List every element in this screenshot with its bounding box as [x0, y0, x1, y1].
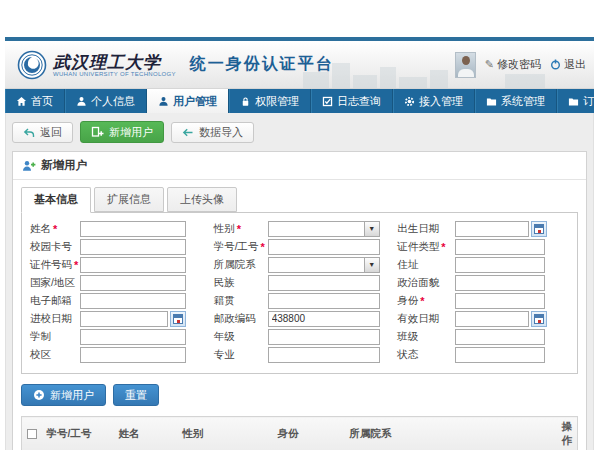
field-label: 性别*: [208, 222, 268, 236]
calendar-icon[interactable]: [170, 311, 186, 327]
form-column-1: 姓名* 校园卡号 证件号码* 国家/地区: [24, 221, 208, 365]
nav-item-log-query[interactable]: 日志查询: [311, 89, 393, 113]
nav-item-permission-management[interactable]: 权限管理: [229, 89, 311, 113]
user-icon: [76, 96, 87, 107]
select-value: [269, 258, 364, 272]
nav-label: 权限管理: [255, 94, 299, 109]
column-header-department: 所属院系: [345, 417, 557, 450]
user-table: 学号/工号 姓名 性别 身份 所属院系 操作: [21, 416, 578, 450]
page-body: 返回 新增用户 数据导入: [5, 113, 594, 450]
avatar-shirt: [458, 69, 474, 78]
field-label: 所属院系: [208, 258, 268, 272]
major-input[interactable]: [268, 347, 380, 363]
form-field: 姓名*: [24, 221, 208, 236]
column-header-gender: 性别: [178, 417, 273, 450]
select-all-checkbox[interactable]: [27, 429, 37, 439]
class-input[interactable]: [455, 329, 545, 345]
postal-code-input[interactable]: [268, 311, 380, 327]
field-label: 校区: [24, 348, 80, 362]
user-area: ✎ 修改密码 退出: [455, 41, 586, 88]
pencil-icon: ✎: [485, 58, 494, 71]
data-import-button[interactable]: 数据导入: [171, 122, 254, 143]
building-silhouette: [430, 70, 448, 88]
log-check-icon: [322, 96, 333, 107]
id-type-input[interactable]: [455, 239, 545, 255]
site-container: 武汉理工大学 WUHAN UNIVERSITY OF TECHNOLOGY 统一…: [5, 37, 594, 450]
section-header: 新增用户: [13, 152, 586, 180]
back-button[interactable]: 返回: [12, 122, 73, 143]
form-field: 年级: [208, 329, 392, 344]
country-region-input[interactable]: [80, 275, 186, 291]
reset-button[interactable]: 重置: [113, 384, 159, 406]
nav-label: 接入管理: [419, 94, 463, 109]
field-label: 状态: [391, 348, 455, 362]
folder-icon: [486, 96, 497, 107]
department-select[interactable]: ▼: [268, 257, 380, 273]
tab-label: 上传头像: [180, 193, 224, 205]
column-header-student-id: 学号/工号: [42, 417, 114, 450]
chevron-down-icon: ▼: [364, 222, 379, 236]
home-icon: [16, 96, 27, 107]
calendar-icon[interactable]: [531, 221, 547, 237]
nav-item-subscription-management[interactable]: 订阅管理: [557, 89, 600, 113]
grade-input[interactable]: [268, 329, 380, 345]
logout-link[interactable]: 退出: [550, 57, 586, 72]
nav-item-system-management[interactable]: 系统管理: [475, 89, 557, 113]
back-arrow-icon: [23, 127, 35, 138]
tab-extended-info[interactable]: 扩展信息: [94, 187, 164, 212]
section-title: 新增用户: [41, 158, 87, 173]
status-input[interactable]: [455, 347, 545, 363]
field-label: 学号/工号*: [208, 240, 268, 254]
valid-date-input[interactable]: [455, 311, 529, 327]
required-star: *: [420, 296, 424, 306]
id-number-input[interactable]: [80, 257, 186, 273]
tab-basic-info[interactable]: 基本信息: [21, 187, 91, 213]
nav-label: 首页: [31, 94, 53, 109]
form-field: 电子邮箱: [24, 293, 208, 308]
required-star: *: [441, 242, 445, 252]
campus-card-input[interactable]: [80, 239, 186, 255]
native-place-input[interactable]: [268, 293, 380, 309]
identity-input[interactable]: [455, 293, 545, 309]
add-user-submit-label: 新增用户: [50, 388, 94, 403]
form-field: 学号/工号*: [208, 239, 392, 254]
lock-icon: [240, 96, 251, 107]
political-status-input[interactable]: [455, 275, 545, 291]
nav-item-user-management[interactable]: 用户管理: [147, 89, 229, 113]
field-label: 学制: [24, 330, 80, 344]
field-label: 住址: [391, 258, 455, 272]
entry-date-input[interactable]: [80, 311, 168, 327]
form-field: 校区: [24, 347, 208, 362]
add-user-toolbar-button[interactable]: 新增用户: [80, 121, 164, 143]
nav-item-personal-info[interactable]: 个人信息: [65, 89, 147, 113]
field-label: 身份*: [391, 294, 455, 308]
add-user-submit-button[interactable]: 新增用户: [21, 384, 106, 406]
student-id-input[interactable]: [268, 239, 380, 255]
form-column-3: 出生日期 证件类型* 住址 政治面貌: [391, 221, 575, 365]
field-label: 进校日期: [24, 312, 80, 326]
select-value: [269, 222, 364, 236]
gender-select[interactable]: ▼: [268, 221, 380, 237]
field-label: 国家/地区: [24, 276, 80, 290]
back-button-label: 返回: [40, 125, 62, 140]
calendar-icon[interactable]: [531, 311, 547, 327]
tab-label: 基本信息: [34, 193, 78, 205]
tab-upload-avatar[interactable]: 上传头像: [167, 187, 237, 212]
power-icon: [550, 59, 561, 70]
nav-item-access-management[interactable]: 接入管理: [393, 89, 475, 113]
chevron-down-icon: ▼: [364, 258, 379, 272]
email-input[interactable]: [80, 293, 186, 309]
birth-date-input[interactable]: [455, 221, 529, 237]
name-input[interactable]: [80, 221, 186, 237]
campus-input[interactable]: [80, 347, 186, 363]
address-input[interactable]: [455, 257, 545, 273]
field-label: 证件类型*: [391, 240, 455, 254]
brand: 武汉理工大学 WUHAN UNIVERSITY OF TECHNOLOGY 统一…: [5, 50, 334, 80]
field-label: 校园卡号: [24, 240, 80, 254]
ethnicity-input[interactable]: [268, 275, 380, 291]
nav-item-home[interactable]: 首页: [5, 89, 65, 113]
change-password-link[interactable]: ✎ 修改密码: [485, 57, 541, 72]
gear-icon: [404, 96, 415, 107]
schooling-length-input[interactable]: [80, 329, 186, 345]
user-avatar[interactable]: [455, 52, 476, 78]
